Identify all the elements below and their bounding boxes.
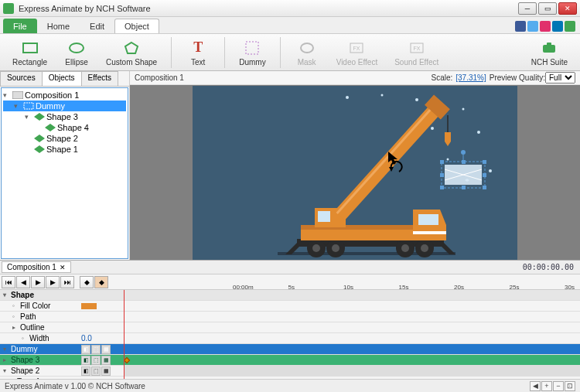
svg-rect-40: [413, 231, 446, 234]
composition-icon: [12, 91, 23, 99]
dummy-icon: [243, 39, 261, 57]
close-button[interactable]: ✕: [558, 2, 577, 15]
svg-rect-44: [336, 103, 436, 213]
track-icon[interactable]: ⬚: [91, 356, 101, 365]
menu-edit[interactable]: Edit: [80, 19, 114, 33]
close-tab-icon[interactable]: ✕: [60, 264, 66, 271]
maximize-button[interactable]: ▭: [538, 2, 557, 15]
canvas-stage[interactable]: [193, 86, 517, 260]
nch-suite-button[interactable]: NCH Suite: [525, 37, 574, 68]
tree-shape3[interactable]: ▾ Shape 3: [3, 111, 126, 122]
tab-sources[interactable]: Sources: [0, 71, 43, 86]
track-icon[interactable]: ▦: [101, 366, 111, 376]
mask-tool[interactable]: Mask: [288, 37, 326, 68]
objects-tree[interactable]: ▾ Composition 1 ▾ Dummy ▾ Shape 3 Shape …: [1, 87, 128, 259]
goto-end-button[interactable]: ⏭: [60, 276, 74, 288]
panel-tabs: Sources Objects Effects: [0, 71, 129, 87]
tree-composition[interactable]: ▾ Composition 1: [3, 90, 126, 101]
time-display: 00:00:00.00: [523, 263, 580, 271]
zoom-out-button[interactable]: −: [553, 381, 564, 391]
track-icon[interactable]: ◧: [81, 356, 90, 365]
preview-quality-select[interactable]: Full: [545, 72, 575, 84]
playhead[interactable]: [124, 290, 125, 379]
track-icon[interactable]: ◧: [81, 366, 90, 376]
video-effect-icon: FX: [347, 39, 366, 57]
svg-point-17: [346, 96, 349, 99]
track-path[interactable]: ◦Path: [0, 312, 580, 322]
track-shape2[interactable]: ▾Shape 2 ◧⬚▦: [0, 366, 580, 377]
track-icon[interactable]: ◧: [81, 345, 90, 354]
track-fill-color[interactable]: ◦Fill Color: [0, 301, 580, 312]
play-button[interactable]: ▶: [31, 276, 45, 288]
track-width[interactable]: ◦Width 0.0: [0, 333, 580, 344]
tab-objects[interactable]: Objects: [42, 71, 82, 86]
tree-dummy[interactable]: ▾ Dummy: [3, 101, 126, 111]
canvas-viewport[interactable]: [130, 85, 580, 260]
menu-object[interactable]: Object: [114, 19, 159, 33]
track-dummy[interactable]: ▾Dummy ◧⬚▦: [0, 344, 580, 355]
svg-rect-53: [483, 160, 486, 164]
track-icon[interactable]: ⬚: [91, 345, 101, 354]
video-effect-tool[interactable]: FX Video Effect: [330, 37, 384, 68]
keyframe[interactable]: [124, 357, 130, 363]
facebook-icon[interactable]: [515, 21, 526, 32]
selected-object[interactable]: [440, 150, 486, 189]
playback-controls: ⏮ ◀ ▶ ▶ ⏭ ◆ ◆ 00:00m 5s 10s 15s 20s 25s …: [0, 274, 580, 290]
nch-suite-icon: [540, 39, 558, 57]
timeline-tracks[interactable]: ▾Shape ◦Fill Color ◦Path ▸Outline ◦Width…: [0, 290, 580, 379]
tree-shape2[interactable]: Shape 2: [3, 133, 126, 144]
title-bar: Express Animate by NCH Software ─ ▭ ✕: [0, 0, 580, 17]
share-icon[interactable]: [540, 21, 551, 32]
keyframe-tool-a[interactable]: ◆: [80, 276, 94, 288]
step-back-button[interactable]: ◀: [16, 276, 30, 288]
step-forward-button[interactable]: ▶: [46, 276, 60, 288]
linkedin-icon[interactable]: [552, 21, 563, 32]
track-transform[interactable]: ▾Transform: [0, 377, 580, 379]
minimize-button[interactable]: ─: [518, 2, 537, 15]
zoom-fit-button[interactable]: ⊡: [565, 381, 575, 391]
menu-home[interactable]: Home: [37, 19, 80, 33]
tree-shape4[interactable]: Shape 4: [3, 122, 126, 133]
keyframe-tool-b[interactable]: ◆: [94, 276, 108, 288]
svg-text:FX: FX: [353, 46, 360, 51]
scale-value[interactable]: [37.31%]: [455, 73, 486, 82]
timeline-tab-composition[interactable]: Composition 1 ✕: [2, 261, 71, 273]
track-shape3[interactable]: ▸Shape 3 ◧⬚▦: [0, 355, 580, 366]
track-icon[interactable]: ⬚: [91, 366, 101, 376]
svg-marker-13: [34, 113, 45, 121]
track-icon[interactable]: ▦: [101, 345, 111, 354]
help-icon[interactable]: [565, 21, 575, 32]
rectangle-tool[interactable]: Rectangle: [6, 37, 53, 68]
svg-marker-15: [34, 135, 45, 142]
zoom-prev-button[interactable]: ◀: [530, 381, 541, 391]
svg-marker-2: [125, 43, 138, 53]
status-text: Express Animate v 1.00 © NCH Software: [5, 382, 145, 390]
svg-rect-56: [440, 186, 444, 189]
twitter-icon[interactable]: [527, 21, 538, 32]
custom-shape-tool[interactable]: Custom Shape: [100, 37, 163, 68]
svg-point-21: [462, 107, 465, 110]
dummy-tool[interactable]: Dummy: [233, 37, 271, 68]
svg-point-23: [447, 158, 449, 160]
svg-rect-10: [547, 43, 551, 46]
mask-icon: [298, 39, 316, 57]
goto-start-button[interactable]: ⏮: [2, 276, 15, 288]
main-content: Sources Objects Effects ▾ Composition 1 …: [0, 71, 580, 260]
shape-icon: [34, 113, 45, 121]
svg-marker-16: [34, 145, 45, 153]
svg-rect-54: [440, 173, 444, 177]
track-shape-header[interactable]: ▾Shape: [0, 290, 580, 301]
tree-shape1[interactable]: Shape 1: [3, 144, 126, 155]
zoom-in-button[interactable]: +: [541, 381, 552, 391]
text-tool[interactable]: T Text: [179, 37, 217, 68]
tab-effects[interactable]: Effects: [81, 71, 118, 86]
sound-effect-tool[interactable]: FX Sound Effect: [388, 37, 445, 68]
track-outline[interactable]: ▸Outline: [0, 322, 580, 333]
dummy-tree-icon: [23, 102, 34, 110]
svg-point-1: [70, 43, 84, 53]
window-title: Express Animate by NCH Software: [19, 4, 518, 13]
menu-file[interactable]: File: [3, 19, 37, 33]
track-icon[interactable]: ▦: [101, 356, 111, 365]
ellipse-tool[interactable]: Ellipse: [58, 37, 95, 68]
fill-color-swatch[interactable]: [81, 303, 97, 309]
